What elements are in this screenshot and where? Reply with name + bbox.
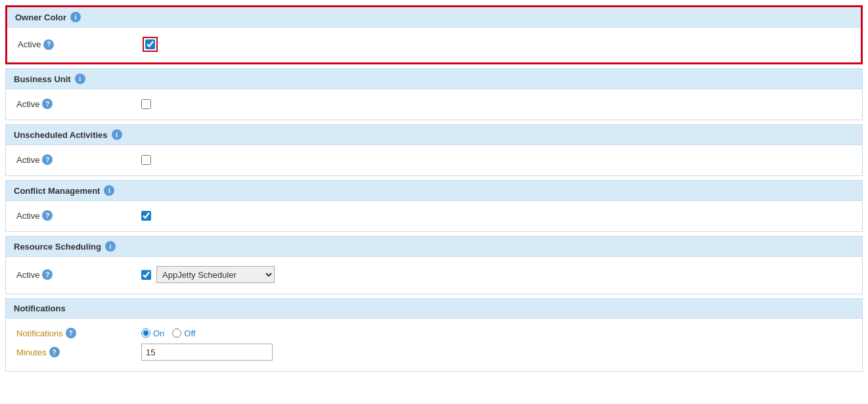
field-label-unscheduled-active: Active? (16, 154, 141, 165)
section-title-conflict-management: Conflict Management (14, 186, 100, 196)
help-icon[interactable]: ? (42, 269, 53, 280)
checkbox-unscheduled-active[interactable] (141, 155, 151, 165)
field-row-unscheduled-active: Active? (16, 152, 852, 168)
field-control-owner-color-active (143, 37, 158, 52)
section-body-notifications: Notifications?OnOffMinutes? (6, 319, 862, 371)
section-header-conflict-management: Conflict Managementi (6, 181, 862, 201)
section-business-unit: Business UnitiActive? (5, 68, 863, 120)
section-header-unscheduled-activities: Unscheduled Activitiesi (6, 125, 862, 145)
help-icon[interactable]: ? (43, 39, 54, 50)
section-owner-color: Owner ColoriActive? (5, 5, 863, 64)
section-title-business-unit: Business Unit (14, 74, 71, 84)
field-row-conflict-active: Active? (16, 208, 852, 223)
field-label-text-unscheduled-active: Active (16, 155, 39, 165)
radio-text-off: Off (184, 328, 195, 338)
field-control-resource-active: AppJetty SchedulerDefault Scheduler (141, 266, 275, 283)
field-control-business-unit-active (141, 99, 151, 109)
section-unscheduled-activities: Unscheduled ActivitiesiActive? (5, 124, 863, 176)
text-input-notifications-minutes[interactable] (141, 344, 273, 361)
checkbox-highlight-wrapper (143, 37, 158, 52)
section-body-conflict-management: Active? (6, 201, 862, 231)
field-label-resource-active: Active? (16, 269, 141, 280)
field-label-owner-color-active: Active? (18, 39, 143, 50)
field-row-owner-color-active: Active? (18, 34, 850, 55)
help-icon[interactable]: ? (42, 154, 53, 165)
section-header-owner-color: Owner Colori (7, 7, 861, 28)
field-label-text-resource-active: Active (16, 270, 39, 280)
checkbox-business-unit-active[interactable] (141, 99, 151, 109)
section-title-notifications: Notifications (14, 303, 66, 313)
section-body-owner-color: Active? (7, 28, 861, 62)
section-notifications: NotificationsNotifications?OnOffMinutes? (5, 298, 863, 372)
field-label-text-owner-color-active: Active (18, 39, 41, 49)
section-header-resource-scheduling: Resource Schedulingi (6, 236, 862, 257)
radio-text-on: On (153, 328, 164, 338)
checkbox-conflict-active[interactable] (141, 211, 151, 221)
section-title-resource-scheduling: Resource Scheduling (14, 242, 101, 252)
info-icon[interactable]: i (105, 241, 116, 252)
field-row-notifications-toggle: Notifications?OnOff (16, 325, 852, 341)
checkbox-resource-active[interactable] (141, 270, 151, 280)
section-header-business-unit: Business Uniti (6, 69, 862, 89)
field-control-conflict-active (141, 211, 151, 221)
section-resource-scheduling: Resource SchedulingiActive?AppJetty Sche… (5, 236, 863, 294)
radio-group-notifications-toggle: OnOff (141, 328, 195, 338)
info-icon[interactable]: i (70, 12, 81, 22)
section-title-owner-color: Owner Color (15, 12, 66, 22)
help-icon[interactable]: ? (66, 328, 76, 338)
info-icon[interactable]: i (104, 185, 114, 196)
field-label-business-unit-active: Active? (16, 99, 141, 109)
radio-notifications-toggle-on[interactable] (141, 328, 150, 338)
field-label-notifications-toggle: Notifications? (16, 328, 141, 338)
field-control-unscheduled-active (141, 155, 151, 165)
field-label-notifications-minutes: Minutes? (16, 347, 141, 357)
field-label-text-notifications-toggle: Notifications (16, 328, 63, 338)
section-conflict-management: Conflict ManagementiActive? (5, 180, 863, 232)
field-control-notifications-minutes (141, 344, 273, 361)
radio-label-off[interactable]: Off (172, 328, 195, 338)
info-icon[interactable]: i (112, 129, 122, 140)
info-icon[interactable]: i (75, 74, 85, 84)
field-label-conflict-active: Active? (16, 210, 141, 221)
help-icon[interactable]: ? (42, 99, 53, 109)
section-body-unscheduled-activities: Active? (6, 145, 862, 175)
field-label-text-conflict-active: Active (16, 211, 39, 221)
field-label-text-business-unit-active: Active (16, 99, 39, 109)
radio-notifications-toggle-off[interactable] (172, 328, 181, 338)
section-header-notifications: Notifications (6, 299, 862, 319)
field-control-notifications-toggle: OnOff (141, 328, 195, 338)
field-row-resource-active: Active?AppJetty SchedulerDefault Schedul… (16, 263, 852, 286)
section-body-resource-scheduling: Active?AppJetty SchedulerDefault Schedul… (6, 257, 862, 294)
field-label-text-notifications-minutes: Minutes (16, 348, 47, 357)
select-resource-active[interactable]: AppJetty SchedulerDefault Scheduler (156, 266, 275, 283)
section-title-unscheduled-activities: Unscheduled Activities (14, 130, 108, 140)
field-row-notifications-minutes: Minutes? (16, 341, 852, 363)
help-icon[interactable]: ? (42, 210, 53, 221)
radio-label-on[interactable]: On (141, 328, 164, 338)
section-body-business-unit: Active? (6, 89, 862, 120)
help-icon[interactable]: ? (49, 347, 60, 357)
field-row-business-unit-active: Active? (16, 96, 852, 112)
checkbox-owner-color-active[interactable] (145, 39, 155, 49)
page-wrapper: Owner ColoriActive?Business UnitiActive?… (0, 0, 868, 404)
